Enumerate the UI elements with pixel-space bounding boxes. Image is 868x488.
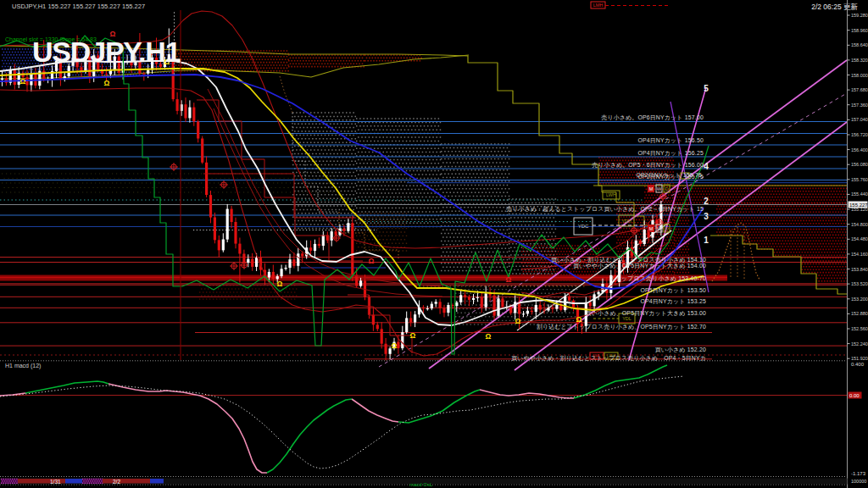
svg-text:OP5日NYカット 153.50: OP5日NYカット 153.50 — [640, 287, 706, 293]
svg-text:W: W — [657, 226, 662, 231]
svg-text:Ω: Ω — [576, 315, 582, 324]
svg-text:OP4日NYカット 156.50: OP4日NYカット 156.50 — [637, 137, 704, 143]
svg-text:1/31: 1/31 — [50, 479, 61, 485]
svg-text:2/2: 2/2 — [113, 479, 120, 485]
svg-text:5: 5 — [704, 84, 709, 93]
svg-text:LMH: LMH — [593, 3, 604, 8]
svg-text:YDL: YDL — [622, 316, 632, 321]
svg-text:-1.173: -1.173 — [851, 471, 866, 476]
svg-text:155.440: 155.440 — [851, 191, 868, 197]
svg-text:156.400: 156.400 — [851, 147, 868, 152]
svg-text:158.640: 158.640 — [851, 42, 868, 47]
svg-text:0.00: 0.00 — [849, 393, 860, 398]
svg-text:USDJPY.H1: USDJPY.H1 — [32, 36, 181, 68]
svg-text:売り小さめ。OP6日NYカット 157.00: 売り小さめ。OP6日NYカット 157.00 — [601, 114, 704, 121]
svg-text:154.480: 154.480 — [851, 236, 868, 241]
svg-text:153.200: 153.200 — [851, 297, 868, 302]
svg-text:154.160: 154.160 — [851, 252, 868, 257]
svg-text:153.840: 153.840 — [851, 267, 868, 272]
svg-text:152.880: 152.880 — [851, 311, 868, 316]
svg-text:154.800: 154.800 — [851, 222, 868, 227]
svg-text:W: W — [657, 186, 662, 191]
svg-text:158.320: 158.320 — [851, 58, 868, 63]
svg-text:売り小さめ・超えるとストップロス買い小さめ。OP2～6日NY: 売り小さめ・超えるとストップロス買い小さめ。OP2～6日NYカット 15 — [506, 206, 704, 213]
svg-text:Ω: Ω — [104, 79, 110, 87]
svg-text:Ω: Ω — [369, 257, 375, 265]
svg-text:Ω: Ω — [410, 331, 416, 340]
svg-text:OP4日NYカット 153.25: OP4日NYカット 153.25 — [640, 298, 706, 304]
svg-text:買い小さめ、OP5日NYカット大きめ 153.00: 買い小さめ、OP5日NYカット大きめ 153.00 — [586, 310, 706, 317]
svg-text:OP4日NYカット 156.25: OP4日NYカット 156.25 — [637, 150, 704, 156]
svg-text:2/2 06:25 更新: 2/2 06:25 更新 — [811, 3, 858, 11]
svg-text:M: M — [649, 186, 654, 191]
svg-text:152.560: 152.560 — [851, 326, 868, 331]
svg-text:Ω: Ω — [20, 77, 26, 86]
svg-text:0.400: 0.400 — [851, 362, 865, 367]
svg-text:2: 2 — [704, 197, 709, 206]
svg-text:157.040: 157.040 — [851, 117, 868, 122]
svg-text:LWH: LWH — [606, 192, 616, 197]
svg-text:151.920: 151.920 — [851, 356, 868, 361]
svg-text:4: 4 — [704, 162, 709, 171]
svg-text:YDH: YDH — [621, 219, 632, 224]
svg-text:買い小さめ 152.20: 買い小さめ 152.20 — [655, 347, 706, 353]
svg-text:Ω: Ω — [392, 341, 398, 350]
svg-text:1: 1 — [704, 236, 709, 245]
svg-text:売り小さめ。OP5・6日NYカット 156.00: 売り小さめ。OP5・6日NYカット 156.00 — [592, 162, 704, 169]
svg-text:YDC: YDC — [578, 224, 589, 229]
svg-text:Ω: Ω — [486, 332, 492, 341]
svg-text:割り込むとストップロス売り小さめ、OP5日NYカット 152: 割り込むとストップロス売り小さめ、OP5日NYカット 152.70 — [537, 324, 706, 330]
svg-text:155.227: 155.227 — [849, 202, 868, 208]
svg-text:157.680: 157.680 — [851, 87, 868, 92]
svg-text:156.720: 156.720 — [851, 132, 868, 137]
svg-text:USDJPY,H1 155.227 155.227 155: USDJPY,H1 155.227 155.227 155.227 155.22… — [12, 3, 145, 10]
svg-text:158.960: 158.960 — [851, 28, 868, 33]
svg-text:159.280: 159.280 — [851, 13, 868, 18]
svg-text:ストップロス売り小さめ 153.40-70: ストップロス売り小さめ 153.40-70 — [609, 275, 706, 282]
svg-text:155.760: 155.760 — [851, 177, 868, 182]
svg-text:Ω: Ω — [506, 275, 512, 284]
svg-text:買いやや小さめ、OP5日NYカット大きめ 154.00: 買いやや小さめ、OP5日NYカット大きめ 154.00 — [573, 263, 706, 269]
svg-text:152.240: 152.240 — [851, 341, 868, 347]
svg-text:Ω: Ω — [515, 317, 521, 325]
svg-text:3: 3 — [704, 212, 709, 221]
svg-text:D: D — [665, 226, 669, 231]
svg-text:100000: 100000 — [851, 479, 866, 484]
svg-text:M: M — [649, 226, 654, 231]
svg-text:OP2日NYカット 155.75: OP2日NYカット 155.75 — [636, 172, 702, 178]
svg-text:H1 macd (12): H1 macd (12) — [5, 363, 41, 369]
svg-text:156.080: 156.080 — [851, 162, 868, 167]
svg-text:153.520: 153.520 — [851, 281, 868, 286]
svg-text:macd OsL: macd OsL — [409, 482, 433, 487]
svg-text:Ω: Ω — [277, 280, 283, 288]
svg-text:158.000: 158.000 — [851, 73, 868, 78]
svg-text:157.360: 157.360 — [851, 103, 868, 108]
svg-text:D: D — [665, 186, 669, 191]
